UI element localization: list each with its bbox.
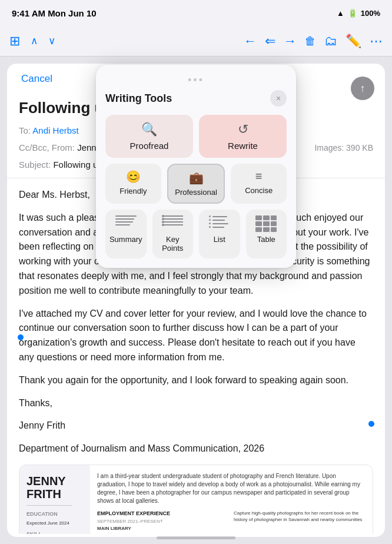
writing-tools-header: Writing Tools ×	[105, 90, 287, 107]
status-bar: 9:41 AM Mon Jun 10 ▲ 🔋 100%	[0, 0, 392, 26]
to-value[interactable]: Andi Herbst	[32, 125, 78, 135]
body-paragraph-2: I've attached my CV and cover letter for…	[19, 307, 373, 365]
selection-handle-right	[368, 421, 374, 427]
proofread-label: Proofread	[130, 141, 169, 151]
concise-button[interactable]: ≡ Concise	[231, 164, 287, 204]
writing-tools-title: Writing Tools	[105, 92, 172, 105]
proofread-button[interactable]: 🔍 Proofread	[105, 115, 193, 158]
writing-tools-format-row: Summary Key Points	[105, 210, 287, 258]
resume-name-section: JENNYFRITH EDUCATION Expected June 2024 …	[19, 465, 90, 534]
status-right: ▲ 🔋 100%	[337, 9, 380, 18]
list-label: List	[214, 235, 225, 244]
professional-icon: 💼	[189, 171, 204, 185]
wifi-icon: ▲	[337, 9, 344, 18]
concise-label: Concise	[245, 186, 273, 195]
subject-label: Subject:	[19, 160, 51, 170]
folder-icon[interactable]: 🗂	[324, 34, 337, 49]
rewrite-label: Rewrite	[228, 141, 258, 151]
employment-place: MAIN LIBRARYSAVANNAH, GEORGIA	[97, 525, 229, 534]
email-images: Images: 390 KB	[314, 143, 373, 152]
status-time: 9:41 AM Mon Jun 10	[12, 8, 97, 18]
table-label: Table	[257, 235, 275, 244]
friendly-button[interactable]: 😊 Friendly	[105, 164, 161, 204]
friendly-icon: 😊	[126, 170, 141, 184]
panel-drag-handle: •••	[105, 74, 287, 87]
sidebar-toggle-icon[interactable]: ⊞	[9, 34, 20, 49]
professional-label: Professional	[175, 188, 217, 197]
undo-icon[interactable]: ⇐	[265, 34, 275, 49]
key-points-icon	[162, 215, 183, 232]
key-points-button[interactable]: Key Points	[152, 210, 194, 258]
employment-desc-section: Capture high-quality photographs for her…	[234, 510, 366, 534]
employment-desc: Capture high-quality photographs for her…	[234, 510, 366, 523]
battery-icon: 🔋	[348, 9, 357, 18]
summary-icon	[115, 215, 137, 232]
home-indicator	[157, 536, 235, 539]
battery-label: 100%	[361, 9, 380, 18]
rewrite-icon: ↺	[238, 122, 248, 137]
subject-value: Following up	[53, 160, 102, 170]
resume-attachment: JENNYFRITH EDUCATION Expected June 2024 …	[19, 465, 373, 534]
resume-name: JENNYFRITH	[26, 475, 83, 500]
writing-tools-close-button[interactable]: ×	[270, 90, 287, 107]
compose-icon[interactable]: ✏️	[346, 34, 361, 49]
body-paragraph-3: Thank you again for the opportunity, and…	[19, 373, 373, 388]
resume-bio: I am a third-year student undergraduate …	[97, 472, 366, 505]
writing-tools-tone-row: 😊 Friendly 💼 Professional ≡ Concise	[105, 164, 287, 204]
key-points-label: Key Points	[156, 235, 190, 253]
proofread-icon: 🔍	[141, 122, 157, 137]
table-button[interactable]: Table	[246, 210, 287, 258]
down-icon[interactable]: ∨	[48, 35, 55, 47]
list-button[interactable]: List	[199, 210, 240, 258]
back-icon[interactable]: ←	[244, 34, 257, 49]
writing-tools-panel: ••• Writing Tools × 🔍 Proofread ↺ Rewrit…	[96, 65, 296, 268]
friendly-label: Friendly	[119, 187, 147, 195]
employment-label: EMPLOYMENT EXPERIENCE	[97, 510, 229, 518]
writing-tools-main-actions: 🔍 Proofread ↺ Rewrite	[105, 115, 287, 158]
education-label: EDUCATION	[26, 510, 83, 519]
employment-section: EMPLOYMENT EXPERIENCE SEPTEMBER 2021–PRE…	[97, 510, 229, 534]
forward-icon[interactable]: →	[284, 34, 297, 49]
toolbar-left: ⊞ ∧ ∨	[9, 34, 55, 49]
send-button[interactable]: ↑	[351, 77, 374, 100]
summary-button[interactable]: Summary	[105, 210, 147, 258]
signature-name: Jenny Frith	[19, 419, 373, 433]
closing: Thanks,	[19, 396, 373, 411]
employment-date: SEPTEMBER 2021–PRESENT	[97, 518, 229, 525]
cancel-button[interactable]: Cancel	[16, 71, 57, 87]
up-icon[interactable]: ∧	[31, 35, 38, 47]
email-toolbar: ⊞ ∧ ∨ ← ⇐ → 🗑 🗂 ✏️ ⋯	[0, 26, 392, 57]
table-icon	[255, 215, 277, 232]
to-label: To:	[19, 125, 31, 135]
rewrite-button[interactable]: ↺ Rewrite	[199, 115, 287, 158]
education-date: Expected June 2024	[26, 520, 83, 527]
skill-label: SKILL	[26, 530, 83, 534]
more-icon[interactable]: ⋯	[370, 34, 383, 49]
resume-content: I am a third-year student undergraduate …	[90, 465, 373, 534]
trash-icon[interactable]: 🗑	[305, 35, 316, 48]
professional-button[interactable]: 💼 Professional	[167, 164, 225, 204]
summary-label: Summary	[109, 235, 142, 244]
list-icon	[209, 215, 230, 232]
cc-label: Cc/Bcc, From:	[19, 142, 75, 152]
toolbar-right: ← ⇐ → 🗑 🗂 ✏️ ⋯	[244, 34, 383, 49]
concise-icon: ≡	[255, 170, 263, 183]
signature-dept: Department of Journalism and Mass Commun…	[19, 442, 373, 456]
selection-handle-left	[18, 334, 24, 340]
